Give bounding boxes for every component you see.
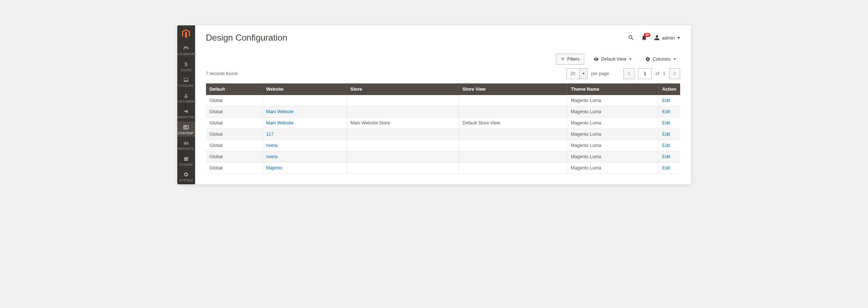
col-header-store-view[interactable]: Store View <box>459 83 567 95</box>
sidebar-item-label: DASHBOARD <box>177 53 197 56</box>
cell-action: Edit <box>658 151 680 163</box>
cell-action: Edit <box>658 95 680 106</box>
current-page-input[interactable] <box>638 68 652 79</box>
cell-store <box>347 95 459 106</box>
edit-link[interactable]: Edit <box>662 109 670 114</box>
table-row[interactable]: GlobalMajentoMagento LumaEdit <box>206 163 680 174</box>
cell-action: Edit <box>658 129 680 140</box>
customers-icon <box>183 93 189 99</box>
website-link[interactable]: rivera <box>266 143 278 148</box>
cell-theme: Magento Luma <box>567 140 658 151</box>
per-page-label: per page <box>591 71 609 76</box>
cell-store-view <box>459 129 567 140</box>
edit-link[interactable]: Edit <box>662 143 670 148</box>
admin-sidebar: DASHBOARD$SALESCATALOGCUSTOMERSMARKETING… <box>177 25 195 184</box>
website-link[interactable]: Majento <box>266 165 282 171</box>
caret-down-icon <box>582 73 585 74</box>
table-row[interactable]: Global117Magento LumaEdit <box>206 129 680 140</box>
col-header-website[interactable]: Website <box>262 83 347 95</box>
content-icon <box>183 124 189 131</box>
table-row[interactable]: GlobalriveraMagento LumaEdit <box>206 151 680 163</box>
default-view-label: Default View <box>601 57 626 62</box>
edit-link[interactable]: Edit <box>662 165 670 171</box>
page-title: Design Configuration <box>206 33 287 43</box>
table-row[interactable]: GlobalriveraMagento LumaEdit <box>206 140 680 151</box>
edit-link[interactable]: Edit <box>662 98 670 103</box>
top-actions: 39 admin <box>628 34 680 41</box>
system-icon <box>183 171 189 178</box>
cell-website: Majento <box>262 163 347 174</box>
sidebar-item-label: CATALOG <box>178 84 194 87</box>
cell-default: Global <box>206 118 263 129</box>
table-row[interactable]: GlobalMain WebsiteMagento LumaEdit <box>206 106 680 118</box>
cell-store <box>347 163 459 174</box>
table-row[interactable]: GlobalMain WebsiteMain Website StoreDefa… <box>206 118 680 129</box>
cell-store <box>347 129 459 140</box>
records-found: 7 records found <box>206 71 238 76</box>
default-view-button[interactable]: Default View <box>589 54 636 65</box>
caret-down-icon <box>629 58 631 60</box>
cell-action: Edit <box>658 118 680 129</box>
col-header-theme[interactable]: Theme Name <box>567 83 658 95</box>
of-label: of <box>655 71 659 76</box>
sidebar-item-label: REPORTS <box>178 147 194 151</box>
col-header-store[interactable]: Store <box>347 83 459 95</box>
edit-link[interactable]: Edit <box>662 132 670 137</box>
sidebar-item-label: STORES <box>179 163 193 167</box>
search-icon[interactable] <box>628 34 634 41</box>
sidebar-item-label: CUSTOMERS <box>177 100 197 103</box>
sidebar-item-stores[interactable]: STORES <box>177 153 195 169</box>
catalog-icon <box>183 77 189 83</box>
col-header-default[interactable]: Default <box>206 83 263 95</box>
cell-action: Edit <box>658 140 680 151</box>
cell-default: Global <box>206 151 263 163</box>
cell-store-view <box>459 163 567 174</box>
dashboard-icon <box>183 45 189 52</box>
col-header-action[interactable]: Action <box>658 83 680 95</box>
sidebar-item-system[interactable]: SYSTEM <box>177 168 195 184</box>
next-page-button[interactable] <box>669 68 680 79</box>
main-content: Design Configuration 39 admin <box>195 25 691 184</box>
prev-page-button[interactable] <box>623 68 634 79</box>
filters-label: Filters <box>567 57 580 62</box>
sidebar-item-marketing[interactable]: MARKETING <box>177 105 195 121</box>
cell-theme: Magento Luma <box>567 163 658 174</box>
table-row[interactable]: GlobalMagento LumaEdit <box>206 95 680 106</box>
cell-theme: Magento Luma <box>567 129 658 140</box>
sidebar-item-sales[interactable]: $SALES <box>177 58 195 74</box>
cell-store-view <box>459 140 567 151</box>
admin-account-dropdown[interactable]: admin <box>654 35 680 41</box>
cell-store <box>347 151 459 163</box>
cell-default: Global <box>206 140 263 151</box>
filters-button[interactable]: Filters <box>556 54 584 65</box>
caret-down-icon <box>677 37 680 39</box>
website-link[interactable]: Main Website <box>266 109 294 114</box>
sidebar-item-dashboard[interactable]: DASHBOARD <box>177 42 195 58</box>
website-link[interactable]: 117 <box>266 132 274 137</box>
app-frame: DASHBOARD$SALESCATALOGCUSTOMERSMARKETING… <box>177 25 691 184</box>
admin-username: admin <box>662 35 675 41</box>
website-link[interactable]: Main Website <box>266 120 294 126</box>
notifications-icon[interactable]: 39 <box>641 34 647 41</box>
design-config-grid: Default Website Store Store View Theme N… <box>206 83 680 174</box>
cell-store <box>347 106 459 118</box>
notification-badge: 39 <box>644 33 650 37</box>
sidebar-item-reports[interactable]: REPORTS <box>177 137 195 153</box>
sidebar-item-customers[interactable]: CUSTOMERS <box>177 90 195 106</box>
cell-store-view <box>459 95 567 106</box>
edit-link[interactable]: Edit <box>662 120 670 126</box>
sidebar-item-label: MARKETING <box>177 116 196 119</box>
marketing-icon <box>183 108 189 115</box>
columns-button[interactable]: Columns <box>641 54 680 65</box>
magento-logo[interactable] <box>177 25 195 42</box>
cell-theme: Magento Luma <box>567 106 658 118</box>
caret-down-icon <box>674 58 676 60</box>
cell-default: Global <box>206 106 263 118</box>
page-size-caret[interactable] <box>579 69 587 79</box>
sidebar-item-catalog[interactable]: CATALOG <box>177 74 195 90</box>
cell-website: rivera <box>262 151 347 163</box>
edit-link[interactable]: Edit <box>662 154 670 159</box>
page-size-select[interactable]: 20 <box>566 68 588 79</box>
website-link[interactable]: rivera <box>266 154 278 159</box>
sidebar-item-content[interactable]: CONTENT <box>177 121 195 137</box>
